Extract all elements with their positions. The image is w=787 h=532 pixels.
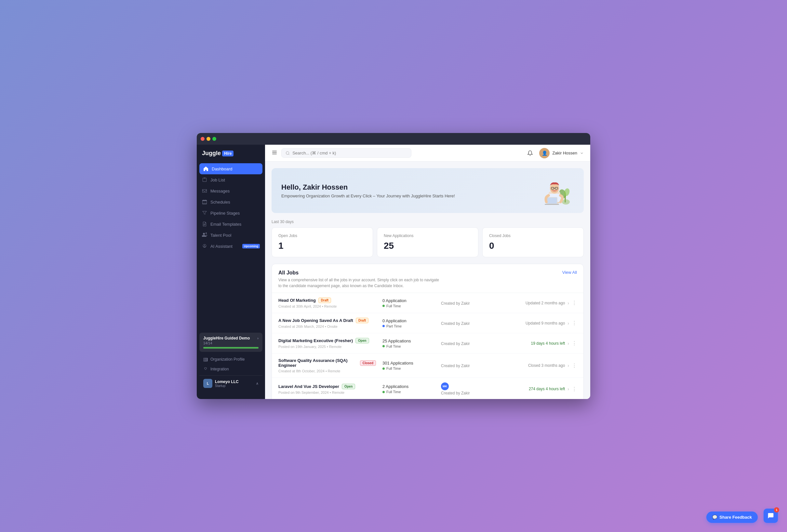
job-chevron-button[interactable]: › — [568, 300, 569, 306]
sidebar: Juggle Hire Dashboard Job List — [197, 145, 265, 399]
job-row[interactable]: Software Quality Assurance (SQA) Enginee… — [272, 354, 583, 378]
titlebar — [197, 133, 590, 145]
sidebar-item-email-templates[interactable]: Email Templates — [197, 218, 265, 230]
sidebar-item-schedules[interactable]: Schedules — [197, 196, 265, 208]
stat-closed-jobs-value: 0 — [489, 241, 577, 251]
job-apps: 2 Applications Full Time — [382, 384, 434, 394]
job-creator: Created by Zakir — [441, 340, 487, 346]
users-icon — [202, 233, 207, 238]
close-window-button[interactable] — [201, 137, 205, 141]
user-menu-button[interactable]: 👤 Zakir Hossen — [539, 148, 584, 158]
stat-card-new-applications: New Applications 25 — [377, 227, 478, 257]
status-text: 19 days 4 hours left — [531, 341, 565, 346]
sidebar-item-org-profile[interactable]: Organization Profile — [199, 355, 262, 364]
content-area: Hello, Zakir Hossen Empowering Organizat… — [265, 162, 590, 399]
job-title: Laravel And Vue JS Developer — [278, 384, 339, 389]
search-bar[interactable] — [281, 148, 411, 158]
home-icon — [203, 166, 209, 171]
job-meta: Created at 30th April, 2024 • Remote — [278, 304, 376, 308]
hero-greeting: Hello, Zakir Hossen — [281, 183, 455, 192]
stat-card-open-jobs: Open Jobs 1 — [272, 227, 373, 257]
company-name: Lomeyo LLC — [215, 380, 253, 384]
dot-icon — [382, 325, 385, 327]
maximize-window-button[interactable] — [212, 137, 216, 141]
svg-line-4 — [289, 154, 289, 154]
job-chevron-button[interactable]: › — [568, 321, 569, 326]
job-apps: 301 Applications Full Time — [382, 361, 434, 370]
job-row[interactable]: Digital Marketing Executive (Fresher) Op… — [272, 333, 583, 354]
sidebar-bottom: JuggleHire Guided Demo › 14/14 Organizat… — [197, 330, 265, 394]
job-creator: Created by Zakir — [441, 320, 487, 326]
job-more-button[interactable]: ⋮ — [572, 300, 577, 306]
upcoming-badge: Upcoming — [242, 244, 260, 249]
svg-rect-18 — [545, 204, 559, 205]
share-feedback-button[interactable]: 💬 Share Feedback — [706, 512, 758, 523]
job-title-row: Software Quality Assurance (SQA) Enginee… — [278, 358, 376, 368]
person-illustration — [535, 176, 571, 205]
stat-open-jobs-label: Open Jobs — [278, 233, 366, 238]
user-info: Lomeyo LLC Startup — [215, 380, 253, 388]
jobs-section-title: All Jobs — [278, 270, 441, 276]
sidebar-item-job-list[interactable]: Job List — [197, 174, 265, 185]
apps-count: 25 Applications — [382, 339, 434, 343]
menu-toggle-button[interactable] — [272, 150, 277, 157]
job-chevron-button[interactable]: › — [568, 363, 569, 368]
company-logo: L — [203, 379, 212, 388]
search-input[interactable] — [292, 151, 407, 155]
sidebar-item-dashboard[interactable]: Dashboard — [199, 163, 262, 174]
guided-demo-progress-label: 14/14 — [203, 341, 258, 345]
job-row[interactable]: Laravel And Vue JS Developer Open Posted… — [272, 378, 583, 399]
job-main: Head Of Marketing Draft Created at 30th … — [278, 298, 376, 308]
stat-new-apps-label: New Applications — [384, 233, 471, 238]
job-badge: Draft — [356, 318, 368, 323]
feedback-icon: 💬 — [712, 515, 717, 520]
jobs-section: All Jobs View a comprehensive list of al… — [272, 264, 584, 399]
sidebar-item-ai-assistant[interactable]: AI Assistant Upcoming — [197, 241, 265, 252]
logo-badge: Hire — [222, 151, 234, 156]
dot-icon — [382, 345, 385, 347]
chat-button[interactable]: 1 — [764, 509, 778, 523]
job-apps: 0 Application Part Time — [382, 318, 434, 328]
sidebar-item-talent-pool[interactable]: Talent Pool — [197, 230, 265, 241]
feedback-label: Share Feedback — [719, 515, 752, 520]
app-body: Juggle Hire Dashboard Job List — [197, 145, 590, 399]
svg-point-3 — [286, 151, 289, 154]
creator-text: Created by Zakir — [441, 341, 470, 346]
job-chevron-button[interactable]: › — [568, 386, 569, 391]
dot-icon — [382, 305, 385, 307]
apps-type: Full Time — [382, 366, 434, 370]
guided-demo-card[interactable]: JuggleHire Guided Demo › 14/14 — [199, 333, 262, 352]
jobs-section-description: View a comprehensive list of all the job… — [278, 277, 441, 289]
traffic-lights — [201, 137, 216, 141]
avatar: 👤 — [539, 148, 550, 158]
job-title: A New Job Opening Saved As A Draft — [278, 318, 353, 323]
job-row[interactable]: A New Job Opening Saved As A Draft Draft… — [272, 313, 583, 333]
creator-text: Created by Zakir — [441, 321, 470, 326]
job-apps: 0 Application Full Time — [382, 298, 434, 308]
guided-demo-progress-fill — [203, 347, 258, 348]
sidebar-item-pipeline-stages[interactable]: Pipeline Stages — [197, 208, 265, 218]
bell-icon — [527, 150, 533, 156]
sidebar-item-messages[interactable]: Messages — [197, 185, 265, 196]
view-all-button[interactable]: View All — [562, 270, 577, 275]
topbar: 👤 Zakir Hossen — [265, 145, 590, 162]
topbar-username: Zakir Hossen — [552, 151, 577, 155]
job-more-button[interactable]: ⋮ — [572, 386, 577, 392]
chevron-down-icon — [580, 151, 584, 155]
job-apps: 25 Applications Full Time — [382, 339, 434, 348]
sidebar-item-integration[interactable]: Integration — [199, 364, 262, 374]
apps-type: Full Time — [382, 344, 434, 348]
job-more-button[interactable]: ⋮ — [572, 363, 577, 369]
minimize-window-button[interactable] — [207, 137, 210, 141]
job-more-button[interactable]: ⋮ — [572, 340, 577, 346]
status-text: Updated 2 months ago — [526, 301, 565, 305]
job-status: Updated 2 months ago › ⋮ — [493, 300, 577, 306]
creator-text: Created by Zakir — [441, 391, 487, 396]
job-meta: Created at 8th October, 2024 • Remote — [278, 369, 376, 373]
job-row[interactable]: Head Of Marketing Draft Created at 30th … — [272, 293, 583, 313]
job-chevron-button[interactable]: › — [568, 341, 569, 346]
job-more-button[interactable]: ⋮ — [572, 320, 577, 326]
user-area[interactable]: L Lomeyo LLC Startup ∧ — [199, 375, 262, 391]
apps-count: 0 Application — [382, 318, 434, 323]
notification-button[interactable] — [525, 148, 535, 158]
